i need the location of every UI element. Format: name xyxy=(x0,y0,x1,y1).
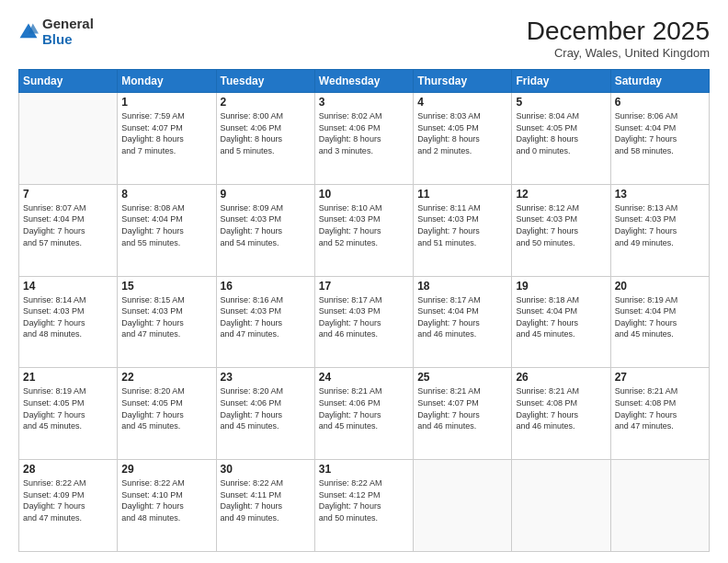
day-number: 24 xyxy=(319,371,409,384)
cell-w0-d4: 4Sunrise: 8:03 AM Sunset: 4:05 PM Daylig… xyxy=(414,93,512,185)
day-info: Sunrise: 8:14 AM Sunset: 4:03 PM Dayligh… xyxy=(23,294,113,340)
day-number: 19 xyxy=(516,280,606,293)
cell-w3-d1: 22Sunrise: 8:20 AM Sunset: 4:05 PM Dayli… xyxy=(118,368,216,460)
day-info: Sunrise: 8:20 AM Sunset: 4:05 PM Dayligh… xyxy=(121,385,211,431)
day-number: 21 xyxy=(23,371,113,384)
day-number: 7 xyxy=(23,188,113,201)
cell-w2-d0: 14Sunrise: 8:14 AM Sunset: 4:03 PM Dayli… xyxy=(19,276,118,368)
day-info: Sunrise: 8:21 AM Sunset: 4:08 PM Dayligh… xyxy=(615,385,705,431)
cell-w0-d3: 3Sunrise: 8:02 AM Sunset: 4:06 PM Daylig… xyxy=(314,93,413,185)
logo-blue: Blue xyxy=(42,32,94,48)
week-row-2: 14Sunrise: 8:14 AM Sunset: 4:03 PM Dayli… xyxy=(19,276,710,368)
week-row-4: 28Sunrise: 8:22 AM Sunset: 4:09 PM Dayli… xyxy=(19,460,710,552)
cell-w1-d6: 13Sunrise: 8:13 AM Sunset: 4:03 PM Dayli… xyxy=(610,184,709,276)
cell-w3-d0: 21Sunrise: 8:19 AM Sunset: 4:05 PM Dayli… xyxy=(19,368,118,460)
day-number: 25 xyxy=(417,371,507,384)
day-number: 5 xyxy=(516,96,606,109)
week-row-1: 7Sunrise: 8:07 AM Sunset: 4:04 PM Daylig… xyxy=(19,184,710,276)
cell-w3-d5: 26Sunrise: 8:21 AM Sunset: 4:08 PM Dayli… xyxy=(512,368,610,460)
day-number: 6 xyxy=(615,96,705,109)
cell-w1-d1: 8Sunrise: 8:08 AM Sunset: 4:04 PM Daylig… xyxy=(118,184,216,276)
cell-w3-d6: 27Sunrise: 8:21 AM Sunset: 4:08 PM Dayli… xyxy=(610,368,709,460)
cell-w1-d3: 10Sunrise: 8:10 AM Sunset: 4:03 PM Dayli… xyxy=(314,184,413,276)
logo-general: General xyxy=(42,17,94,32)
cell-w3-d3: 24Sunrise: 8:21 AM Sunset: 4:06 PM Dayli… xyxy=(314,368,413,460)
day-number: 8 xyxy=(121,188,211,201)
day-number: 3 xyxy=(319,96,409,109)
day-number: 12 xyxy=(516,188,606,201)
logo-text: General Blue xyxy=(42,17,94,47)
day-number: 13 xyxy=(615,188,705,201)
day-info: Sunrise: 8:17 AM Sunset: 4:03 PM Dayligh… xyxy=(319,294,409,340)
day-number: 16 xyxy=(221,280,311,293)
day-number: 14 xyxy=(23,280,113,293)
cell-w1-d5: 12Sunrise: 8:12 AM Sunset: 4:03 PM Dayli… xyxy=(512,184,610,276)
col-sunday: Sunday xyxy=(19,70,118,93)
col-thursday: Thursday xyxy=(414,70,512,93)
day-info: Sunrise: 8:21 AM Sunset: 4:07 PM Dayligh… xyxy=(417,385,507,431)
day-info: Sunrise: 8:00 AM Sunset: 4:06 PM Dayligh… xyxy=(221,110,311,156)
cell-w2-d6: 20Sunrise: 8:19 AM Sunset: 4:04 PM Dayli… xyxy=(610,276,709,368)
header: General Blue December 2025 Cray, Wales, … xyxy=(18,17,710,60)
col-tuesday: Tuesday xyxy=(216,70,314,93)
day-number: 18 xyxy=(417,280,507,293)
day-info: Sunrise: 8:16 AM Sunset: 4:03 PM Dayligh… xyxy=(221,294,311,340)
day-number: 17 xyxy=(319,280,409,293)
col-wednesday: Wednesday xyxy=(314,70,413,93)
calendar-subtitle: Cray, Wales, United Kingdom xyxy=(527,46,710,60)
day-info: Sunrise: 8:10 AM Sunset: 4:03 PM Dayligh… xyxy=(319,202,409,248)
col-monday: Monday xyxy=(118,70,216,93)
cell-w0-d0 xyxy=(19,93,118,185)
logo-icon xyxy=(18,22,39,42)
cell-w4-d3: 31Sunrise: 8:22 AM Sunset: 4:12 PM Dayli… xyxy=(314,460,413,552)
day-number: 9 xyxy=(221,188,311,201)
col-friday: Friday xyxy=(512,70,610,93)
calendar-title: December 2025 xyxy=(527,17,710,46)
day-info: Sunrise: 8:21 AM Sunset: 4:06 PM Dayligh… xyxy=(319,385,409,431)
day-info: Sunrise: 8:15 AM Sunset: 4:03 PM Dayligh… xyxy=(121,294,211,340)
day-info: Sunrise: 8:22 AM Sunset: 4:12 PM Dayligh… xyxy=(319,477,409,523)
cell-w1-d0: 7Sunrise: 8:07 AM Sunset: 4:04 PM Daylig… xyxy=(19,184,118,276)
logo: General Blue xyxy=(18,17,94,47)
cell-w4-d2: 30Sunrise: 8:22 AM Sunset: 4:11 PM Dayli… xyxy=(216,460,314,552)
day-info: Sunrise: 7:59 AM Sunset: 4:07 PM Dayligh… xyxy=(121,110,211,156)
cell-w1-d2: 9Sunrise: 8:09 AM Sunset: 4:03 PM Daylig… xyxy=(216,184,314,276)
cell-w3-d2: 23Sunrise: 8:20 AM Sunset: 4:06 PM Dayli… xyxy=(216,368,314,460)
week-row-3: 21Sunrise: 8:19 AM Sunset: 4:05 PM Dayli… xyxy=(19,368,710,460)
day-info: Sunrise: 8:22 AM Sunset: 4:11 PM Dayligh… xyxy=(221,477,311,523)
day-info: Sunrise: 8:18 AM Sunset: 4:04 PM Dayligh… xyxy=(516,294,606,340)
page: General Blue December 2025 Cray, Wales, … xyxy=(0,0,728,563)
day-info: Sunrise: 8:13 AM Sunset: 4:03 PM Dayligh… xyxy=(615,202,705,248)
day-info: Sunrise: 8:11 AM Sunset: 4:03 PM Dayligh… xyxy=(417,202,507,248)
day-number: 2 xyxy=(221,96,311,109)
cell-w4-d5 xyxy=(512,460,610,552)
header-row: Sunday Monday Tuesday Wednesday Thursday… xyxy=(19,70,710,93)
cell-w2-d4: 18Sunrise: 8:17 AM Sunset: 4:04 PM Dayli… xyxy=(414,276,512,368)
day-number: 26 xyxy=(516,371,606,384)
day-number: 30 xyxy=(221,463,311,476)
day-number: 1 xyxy=(121,96,211,109)
day-info: Sunrise: 8:20 AM Sunset: 4:06 PM Dayligh… xyxy=(221,385,311,431)
day-info: Sunrise: 8:22 AM Sunset: 4:10 PM Dayligh… xyxy=(121,477,211,523)
cell-w4-d1: 29Sunrise: 8:22 AM Sunset: 4:10 PM Dayli… xyxy=(118,460,216,552)
day-number: 29 xyxy=(121,463,211,476)
cell-w2-d5: 19Sunrise: 8:18 AM Sunset: 4:04 PM Dayli… xyxy=(512,276,610,368)
cell-w2-d2: 16Sunrise: 8:16 AM Sunset: 4:03 PM Dayli… xyxy=(216,276,314,368)
day-info: Sunrise: 8:03 AM Sunset: 4:05 PM Dayligh… xyxy=(417,110,507,156)
title-block: December 2025 Cray, Wales, United Kingdo… xyxy=(527,17,710,60)
day-info: Sunrise: 8:12 AM Sunset: 4:03 PM Dayligh… xyxy=(516,202,606,248)
cell-w2-d1: 15Sunrise: 8:15 AM Sunset: 4:03 PM Dayli… xyxy=(118,276,216,368)
day-info: Sunrise: 8:19 AM Sunset: 4:04 PM Dayligh… xyxy=(615,294,705,340)
day-info: Sunrise: 8:09 AM Sunset: 4:03 PM Dayligh… xyxy=(221,202,311,248)
cell-w0-d5: 5Sunrise: 8:04 AM Sunset: 4:05 PM Daylig… xyxy=(512,93,610,185)
day-info: Sunrise: 8:08 AM Sunset: 4:04 PM Dayligh… xyxy=(121,202,211,248)
day-number: 31 xyxy=(319,463,409,476)
cell-w4-d6 xyxy=(610,460,709,552)
cell-w4-d0: 28Sunrise: 8:22 AM Sunset: 4:09 PM Dayli… xyxy=(19,460,118,552)
week-row-0: 1Sunrise: 7:59 AM Sunset: 4:07 PM Daylig… xyxy=(19,93,710,185)
day-info: Sunrise: 8:07 AM Sunset: 4:04 PM Dayligh… xyxy=(23,202,113,248)
day-info: Sunrise: 8:22 AM Sunset: 4:09 PM Dayligh… xyxy=(23,477,113,523)
cell-w3-d4: 25Sunrise: 8:21 AM Sunset: 4:07 PM Dayli… xyxy=(414,368,512,460)
day-info: Sunrise: 8:06 AM Sunset: 4:04 PM Dayligh… xyxy=(615,110,705,156)
cell-w2-d3: 17Sunrise: 8:17 AM Sunset: 4:03 PM Dayli… xyxy=(314,276,413,368)
